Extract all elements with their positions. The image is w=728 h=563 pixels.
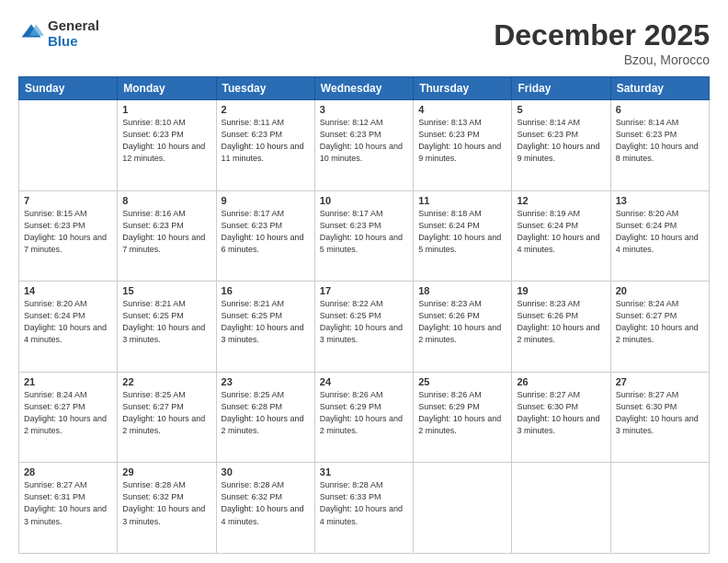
calendar-cell: 20Sunrise: 8:24 AMSunset: 6:27 PMDayligh… [610,282,709,373]
calendar-cell: 1Sunrise: 8:10 AMSunset: 6:23 PMDaylight… [118,100,216,191]
calendar-cell: 2Sunrise: 8:11 AMSunset: 6:23 PMDaylight… [216,100,314,191]
calendar-cell [512,463,610,554]
day-info: Sunrise: 8:14 AMSunset: 6:23 PMDaylight:… [517,117,605,165]
day-number: 27 [616,376,704,387]
logo-text: General Blue [48,18,99,49]
header: General Blue December 2025 Bzou, Morocco [18,18,710,67]
day-info: Sunrise: 8:28 AMSunset: 6:33 PMDaylight:… [320,479,408,527]
day-info: Sunrise: 8:21 AMSunset: 6:25 PMDaylight:… [122,298,210,346]
week-row-2: 7Sunrise: 8:15 AMSunset: 6:23 PMDaylight… [19,190,710,282]
col-header-friday: Friday [512,77,610,100]
day-info: Sunrise: 8:14 AMSunset: 6:23 PMDaylight:… [616,117,704,165]
location: Bzou, Morocco [494,52,710,67]
day-info: Sunrise: 8:13 AMSunset: 6:23 PMDaylight:… [418,117,506,165]
day-number: 5 [517,104,605,115]
day-number: 7 [24,195,112,206]
day-number: 28 [24,466,112,477]
calendar-cell: 16Sunrise: 8:21 AMSunset: 6:25 PMDayligh… [216,282,314,373]
day-info: Sunrise: 8:22 AMSunset: 6:25 PMDaylight:… [320,298,408,346]
day-info: Sunrise: 8:15 AMSunset: 6:23 PMDaylight:… [24,208,112,256]
day-info: Sunrise: 8:23 AMSunset: 6:26 PMDaylight:… [517,298,605,346]
day-info: Sunrise: 8:17 AMSunset: 6:23 PMDaylight:… [222,208,310,256]
calendar-cell: 7Sunrise: 8:15 AMSunset: 6:23 PMDaylight… [19,190,118,282]
day-info: Sunrise: 8:27 AMSunset: 6:30 PMDaylight:… [616,389,704,437]
calendar-header-row: SundayMondayTuesdayWednesdayThursdayFrid… [19,77,710,100]
day-info: Sunrise: 8:25 AMSunset: 6:27 PMDaylight:… [122,389,210,437]
day-info: Sunrise: 8:28 AMSunset: 6:32 PMDaylight:… [122,479,210,527]
calendar-cell: 19Sunrise: 8:23 AMSunset: 6:26 PMDayligh… [512,282,610,373]
calendar-cell: 8Sunrise: 8:16 AMSunset: 6:23 PMDaylight… [118,190,216,282]
day-number: 16 [222,285,310,296]
day-number: 19 [517,285,605,296]
day-number: 3 [320,104,408,115]
calendar-cell: 5Sunrise: 8:14 AMSunset: 6:23 PMDaylight… [512,100,610,191]
logo-blue-label: Blue [48,34,99,50]
calendar-cell: 26Sunrise: 8:27 AMSunset: 6:30 PMDayligh… [512,372,610,463]
calendar-cell: 17Sunrise: 8:22 AMSunset: 6:25 PMDayligh… [314,282,413,373]
day-info: Sunrise: 8:10 AMSunset: 6:23 PMDaylight:… [122,117,210,165]
col-header-thursday: Thursday [414,77,512,100]
page: General Blue December 2025 Bzou, Morocco… [0,0,728,563]
calendar-cell [414,463,512,554]
calendar-table: SundayMondayTuesdayWednesdayThursdayFrid… [18,76,710,554]
calendar-cell: 14Sunrise: 8:20 AMSunset: 6:24 PMDayligh… [19,282,118,373]
day-info: Sunrise: 8:19 AMSunset: 6:24 PMDaylight:… [517,208,605,256]
col-header-sunday: Sunday [19,77,118,100]
day-info: Sunrise: 8:26 AMSunset: 6:29 PMDaylight:… [320,389,408,437]
day-number: 30 [222,466,310,477]
calendar-cell: 25Sunrise: 8:26 AMSunset: 6:29 PMDayligh… [414,372,512,463]
calendar-cell [610,463,709,554]
calendar-cell: 4Sunrise: 8:13 AMSunset: 6:23 PMDaylight… [414,100,512,191]
title-block: December 2025 Bzou, Morocco [494,18,710,67]
day-number: 15 [122,285,210,296]
day-number: 25 [418,376,506,387]
calendar-cell: 22Sunrise: 8:25 AMSunset: 6:27 PMDayligh… [118,372,216,463]
day-number: 21 [24,376,112,387]
week-row-5: 28Sunrise: 8:27 AMSunset: 6:31 PMDayligh… [19,463,710,554]
day-number: 26 [517,376,605,387]
calendar-cell: 12Sunrise: 8:19 AMSunset: 6:24 PMDayligh… [512,190,610,282]
calendar-cell: 3Sunrise: 8:12 AMSunset: 6:23 PMDaylight… [314,100,413,191]
day-info: Sunrise: 8:16 AMSunset: 6:23 PMDaylight:… [122,208,210,256]
week-row-1: 1Sunrise: 8:10 AMSunset: 6:23 PMDaylight… [19,100,710,191]
day-info: Sunrise: 8:12 AMSunset: 6:23 PMDaylight:… [320,117,408,165]
day-number: 12 [517,195,605,206]
logo-general-label: General [48,18,99,34]
day-number: 13 [616,195,704,206]
calendar-cell: 15Sunrise: 8:21 AMSunset: 6:25 PMDayligh… [118,282,216,373]
calendar-cell: 24Sunrise: 8:26 AMSunset: 6:29 PMDayligh… [314,372,413,463]
week-row-3: 14Sunrise: 8:20 AMSunset: 6:24 PMDayligh… [19,282,710,373]
calendar-cell: 30Sunrise: 8:28 AMSunset: 6:32 PMDayligh… [216,463,314,554]
day-info: Sunrise: 8:27 AMSunset: 6:31 PMDaylight:… [24,479,112,527]
day-number: 18 [418,285,506,296]
logo: General Blue [18,18,99,49]
calendar-cell: 6Sunrise: 8:14 AMSunset: 6:23 PMDaylight… [610,100,709,191]
calendar-cell: 31Sunrise: 8:28 AMSunset: 6:33 PMDayligh… [314,463,413,554]
day-number: 20 [616,285,704,296]
week-row-4: 21Sunrise: 8:24 AMSunset: 6:27 PMDayligh… [19,372,710,463]
calendar-cell: 18Sunrise: 8:23 AMSunset: 6:26 PMDayligh… [414,282,512,373]
col-header-wednesday: Wednesday [314,77,413,100]
col-header-saturday: Saturday [610,77,709,100]
calendar-cell: 9Sunrise: 8:17 AMSunset: 6:23 PMDaylight… [216,190,314,282]
day-number: 10 [320,195,408,206]
day-info: Sunrise: 8:24 AMSunset: 6:27 PMDaylight:… [24,389,112,437]
day-info: Sunrise: 8:25 AMSunset: 6:28 PMDaylight:… [222,389,310,437]
day-info: Sunrise: 8:27 AMSunset: 6:30 PMDaylight:… [517,389,605,437]
calendar-cell: 27Sunrise: 8:27 AMSunset: 6:30 PMDayligh… [610,372,709,463]
calendar-cell: 10Sunrise: 8:17 AMSunset: 6:23 PMDayligh… [314,190,413,282]
day-number: 2 [222,104,310,115]
day-number: 1 [122,104,210,115]
day-info: Sunrise: 8:23 AMSunset: 6:26 PMDaylight:… [418,298,506,346]
day-info: Sunrise: 8:20 AMSunset: 6:24 PMDaylight:… [616,208,704,256]
day-number: 14 [24,285,112,296]
day-info: Sunrise: 8:20 AMSunset: 6:24 PMDaylight:… [24,298,112,346]
day-info: Sunrise: 8:18 AMSunset: 6:24 PMDaylight:… [418,208,506,256]
calendar-cell: 29Sunrise: 8:28 AMSunset: 6:32 PMDayligh… [118,463,216,554]
day-number: 8 [122,195,210,206]
logo-icon [18,21,44,47]
calendar-cell: 13Sunrise: 8:20 AMSunset: 6:24 PMDayligh… [610,190,709,282]
calendar-cell [19,100,118,191]
day-info: Sunrise: 8:21 AMSunset: 6:25 PMDaylight:… [222,298,310,346]
month-title: December 2025 [494,18,710,52]
